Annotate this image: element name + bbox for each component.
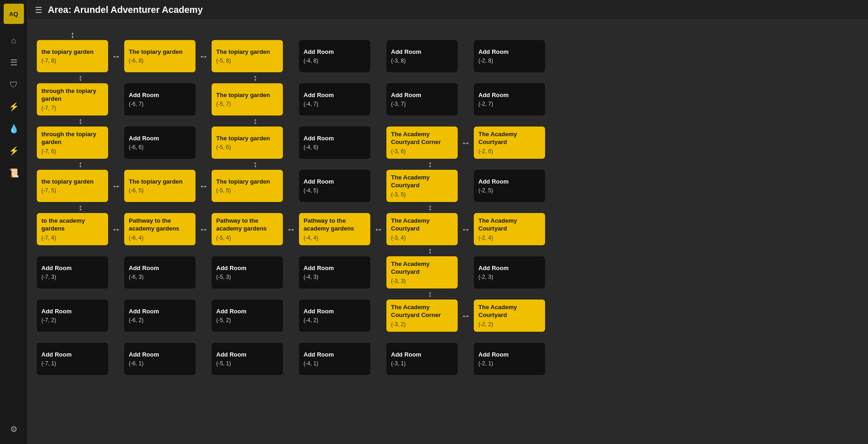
room-name: Add Room	[41, 265, 103, 272]
room-cell[interactable]: Add Room(-2, 5)	[474, 170, 545, 202]
room-cell[interactable]: to the academy gardens(-7, 4)	[37, 213, 108, 245]
room-cell[interactable]: Add Room(-5, 1)	[212, 343, 283, 375]
room-cell[interactable]: Add Room(-2, 7)	[474, 83, 545, 115]
room-cell[interactable]: Pathway to the academy gardens(-6, 4)	[124, 213, 195, 245]
map-grid: ↕the topiary garden(-7, 8)↔The topiary g…	[37, 29, 561, 375]
room-cell[interactable]: The Academy Courtyard(-3, 5)	[386, 170, 458, 202]
room-name: Add Room	[391, 48, 453, 56]
sidebar-item-menu[interactable]: ☰	[5, 53, 23, 72]
sidebar-item-drop[interactable]: 💧	[5, 120, 23, 138]
v-connector: ↕	[395, 288, 466, 300]
map-row-row-5: the topiary garden(-7, 5)↔The topiary ga…	[37, 170, 561, 202]
sidebar-item-bolt[interactable]: ⚡	[5, 98, 23, 116]
v-connector-row: ↕↕↕↕↕↕	[37, 288, 561, 300]
room-cell[interactable]: Add Room(-7, 3)	[37, 256, 108, 288]
room-cell[interactable]: Add Room(-3, 7)	[386, 83, 458, 115]
sidebar-item-settings[interactable]: ⚙	[5, 420, 23, 438]
room-cell[interactable]: through the topiary garden(-7, 7)	[37, 83, 108, 115]
room-cell[interactable]: The Academy Courtyard(-2, 6)	[474, 127, 545, 159]
room-coords: (-5, 5)	[216, 187, 278, 194]
room-cell[interactable]: The Academy Courtyard(-3, 4)	[386, 213, 458, 245]
room-coords: (-6, 5)	[129, 187, 191, 194]
room-cell[interactable]: The Academy Courtyard(-2, 4)	[474, 213, 545, 245]
room-coords: (-2, 3)	[478, 274, 540, 280]
top-arrow: ↕	[37, 29, 108, 40]
room-cell[interactable]: the topiary garden(-7, 5)	[37, 170, 108, 202]
room-cell[interactable]: The Academy Courtyard Corner(-3, 6)	[386, 127, 458, 159]
room-cell[interactable]: Add Room(-6, 6)	[124, 127, 195, 159]
app-logo[interactable]: AQ	[4, 4, 24, 24]
room-coords: (-7, 1)	[41, 360, 103, 367]
map-row-row-7: through the topiary garden(-7, 7)Add Roo…	[37, 83, 561, 115]
room-cell[interactable]: The topiary garden(-6, 5)	[124, 170, 195, 202]
room-cell[interactable]: The Academy Courtyard Corner(-3, 2)	[386, 300, 458, 332]
room-cell[interactable]: The Academy Courtyard(-3, 3)	[386, 256, 458, 288]
room-cell[interactable]: Add Room(-4, 2)	[299, 300, 370, 332]
room-cell[interactable]: Pathway to the academy gardens(-5, 4)	[212, 213, 283, 245]
room-cell[interactable]: Add Room(-6, 7)	[124, 83, 195, 115]
room-name: Pathway to the academy gardens	[216, 217, 278, 233]
room-cell[interactable]: through the topiary garden(-7, 6)	[37, 127, 108, 159]
h-connector: ↔	[458, 311, 474, 321]
room-coords: (-7, 6)	[41, 148, 103, 155]
room-cell[interactable]: Pathway to the academy gardens(-4, 4)	[299, 213, 370, 245]
room-cell[interactable]: The Academy Courtyard(-2, 2)	[474, 300, 545, 332]
room-cell[interactable]: Add Room(-6, 2)	[124, 300, 195, 332]
room-cell[interactable]: Add Room(-7, 1)	[37, 343, 108, 375]
room-coords: (-7, 7)	[41, 105, 103, 111]
h-connector: ↔	[458, 224, 474, 235]
h-connector: ↔	[195, 181, 212, 191]
room-cell[interactable]: Add Room(-2, 8)	[474, 40, 545, 72]
menu-icon[interactable]: ☰	[35, 5, 42, 15]
room-cell[interactable]: Add Room(-4, 8)	[299, 40, 370, 72]
room-cell[interactable]: Add Room(-5, 2)	[212, 300, 283, 332]
room-cell[interactable]: The topiary garden(-6, 8)	[124, 40, 195, 72]
room-cell[interactable]: Add Room(-6, 1)	[124, 343, 195, 375]
main-content: ☰ Area: Arundel Adventurer Academy ↕the …	[28, 0, 868, 444]
room-coords: (-6, 8)	[129, 58, 191, 64]
h-connector: ↔	[283, 224, 299, 235]
room-name: Add Room	[478, 351, 540, 359]
room-coords: (-2, 4)	[478, 235, 540, 241]
room-cell[interactable]: the topiary garden(-7, 8)	[37, 40, 108, 72]
room-cell[interactable]: The topiary garden(-5, 7)	[212, 83, 283, 115]
room-cell[interactable]: Add Room(-4, 3)	[299, 256, 370, 288]
sidebar-item-shield[interactable]: 🛡	[5, 75, 23, 94]
sidebar-item-home[interactable]: ⌂	[5, 31, 23, 50]
room-cell[interactable]: Add Room(-7, 2)	[37, 300, 108, 332]
room-coords: (-6, 1)	[129, 360, 191, 367]
room-name: Add Room	[478, 92, 540, 99]
map-row-row-6: through the topiary garden(-7, 6)Add Roo…	[37, 127, 561, 159]
room-cell[interactable]: Add Room(-4, 7)	[299, 83, 370, 115]
room-coords: (-5, 7)	[216, 101, 278, 107]
v-connector-row: ↕↕↕↕↕↕	[37, 202, 561, 213]
room-cell[interactable]: The topiary garden(-5, 5)	[212, 170, 283, 202]
room-cell[interactable]: The topiary garden(-5, 8)	[212, 40, 283, 72]
room-cell[interactable]: Add Room(-3, 8)	[386, 40, 458, 72]
room-cell[interactable]: Add Room(-3, 1)	[386, 343, 458, 375]
map-row-row-2: Add Room(-7, 2)Add Room(-6, 2)Add Room(-…	[37, 300, 561, 332]
room-cell[interactable]: Add Room(-4, 6)	[299, 127, 370, 159]
room-cell[interactable]: Add Room(-2, 1)	[474, 343, 545, 375]
sidebar-item-scroll[interactable]: 📜	[5, 164, 23, 182]
room-name: Add Room	[216, 351, 278, 359]
v-connector: ↕	[45, 72, 116, 83]
room-name: Add Room	[41, 351, 103, 359]
room-coords: (-5, 3)	[216, 274, 278, 280]
room-cell[interactable]: Add Room(-5, 3)	[212, 256, 283, 288]
room-cell[interactable]: Add Room(-4, 1)	[299, 343, 370, 375]
room-name: The Academy Courtyard	[478, 131, 540, 146]
room-name: The topiary garden	[129, 48, 191, 56]
sidebar-item-zap[interactable]: ⚡	[5, 142, 23, 160]
v-connector: ↕	[45, 115, 116, 127]
room-cell[interactable]: Add Room(-4, 5)	[299, 170, 370, 202]
v-connector-row: ↕↕↕↕↕↕	[37, 332, 561, 343]
room-cell[interactable]: The topiary garden(-5, 6)	[212, 127, 283, 159]
room-name: Add Room	[129, 308, 191, 316]
room-name: Add Room	[304, 92, 366, 99]
room-name: Add Room	[129, 92, 191, 99]
map-container[interactable]: ↕the topiary garden(-7, 8)↔The topiary g…	[28, 20, 868, 444]
room-cell[interactable]: Add Room(-2, 3)	[474, 256, 545, 288]
room-cell[interactable]: Add Room(-6, 3)	[124, 256, 195, 288]
room-coords: (-3, 2)	[391, 321, 453, 328]
